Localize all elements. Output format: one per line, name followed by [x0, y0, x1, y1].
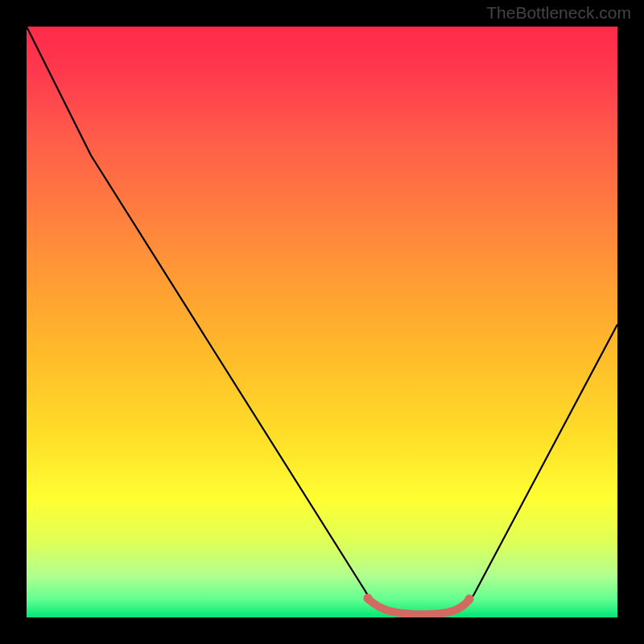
watermark-text: TheBottleneck.com [486, 3, 631, 23]
bottleneck-curve-path [27, 27, 617, 616]
chart-container: TheBottleneck.com [0, 0, 644, 644]
marker-dot-right [465, 595, 474, 604]
marker-dot-left [364, 594, 373, 603]
bottleneck-curve-svg [27, 27, 617, 617]
optimal-region-marker-path [368, 599, 469, 614]
plot-area [27, 27, 617, 617]
